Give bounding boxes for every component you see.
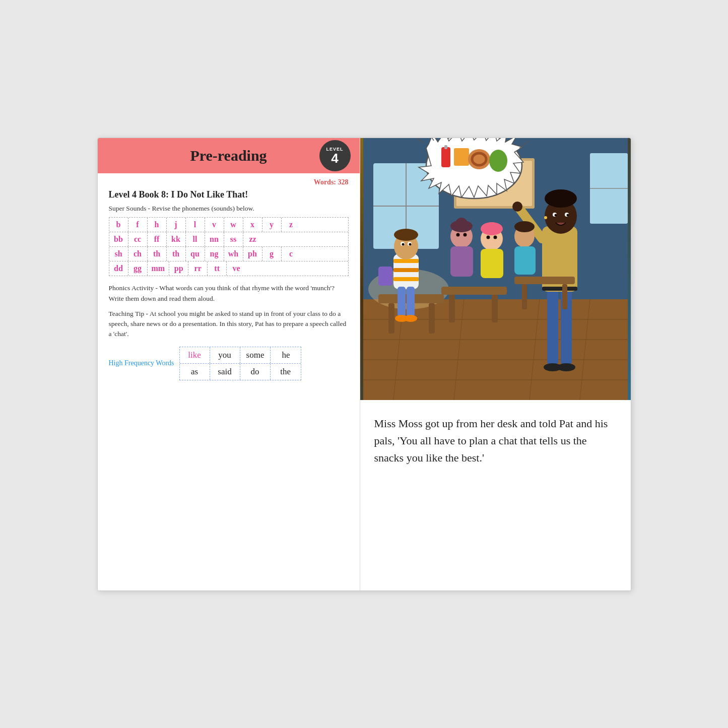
hfw-cell-you: you (210, 347, 240, 363)
phonics-cell: tt (208, 261, 227, 276)
svg-rect-55 (398, 287, 406, 317)
phonics-cell: f (128, 218, 148, 232)
phonics-cell: ng (205, 247, 224, 261)
hfw-cell-like: like (180, 347, 210, 363)
phonics-cell: ch (128, 247, 148, 261)
svg-rect-40 (449, 295, 455, 322)
left-panel: Pre-reading LEVEL 4 Words: 328 Level 4 B… (98, 138, 360, 590)
words-line: Words: 328 (109, 178, 349, 186)
phonics-cell: v (205, 218, 224, 232)
phonics-cell: z (282, 218, 301, 232)
svg-point-68 (486, 235, 490, 239)
hfw-label: High Frequency Words (109, 359, 174, 367)
hfw-grid: like you some he as said do the (179, 347, 302, 380)
svg-point-62 (455, 218, 468, 230)
hfw-cell-said: said (210, 364, 240, 380)
hfw-cell-some: some (240, 347, 271, 363)
phonics-cell: dd (109, 261, 128, 276)
svg-rect-38 (429, 303, 435, 334)
phonics-cell: th (167, 247, 186, 261)
svg-rect-21 (547, 284, 558, 365)
phonics-cell: b (109, 218, 128, 232)
phonics-cell: zz (243, 232, 262, 246)
phonics-row-1: b f h j l v w x y z (109, 218, 348, 232)
svg-point-53 (409, 243, 411, 245)
phonics-cell: cc (128, 232, 148, 246)
svg-rect-47 (393, 268, 419, 272)
words-label: Words: (314, 178, 336, 186)
svg-rect-39 (441, 287, 507, 295)
phonics-cell: qu (186, 247, 205, 261)
svg-rect-70 (481, 249, 503, 278)
phonics-cell: c (282, 247, 301, 261)
phonics-cell: j (167, 218, 186, 232)
svg-rect-46 (393, 259, 419, 263)
level-num: 4 (331, 152, 338, 165)
level-badge: LEVEL 4 (319, 140, 351, 171)
svg-rect-42 (514, 277, 575, 284)
svg-point-63 (456, 233, 459, 236)
phonics-cell: ff (148, 232, 167, 246)
phonics-row-2: bb cc ff kk ll nn ss zz (109, 232, 348, 247)
phonics-cell: ve (227, 261, 246, 276)
svg-rect-48 (393, 277, 419, 281)
hfw-section: High Frequency Words like you some he as… (109, 347, 349, 380)
svg-rect-41 (492, 295, 498, 322)
hfw-row-2: as said do the (180, 364, 301, 380)
svg-rect-73 (514, 246, 536, 275)
story-text-area: Miss Moss got up from her desk and told … (360, 400, 631, 590)
svg-rect-59 (378, 267, 392, 286)
phonics-row-4: dd gg mm pp rr tt ve (109, 261, 348, 276)
svg-rect-79 (454, 148, 469, 166)
svg-point-69 (493, 235, 497, 239)
phonics-cell: y (262, 218, 282, 232)
phonics-grid: b f h j l v w x y z bb cc ff kk ll (109, 217, 349, 276)
phonics-cell: th (148, 247, 167, 261)
book-title: Level 4 Book 8: I Do Not Like That! (109, 189, 349, 200)
svg-point-27 (554, 214, 557, 216)
teaching-tip: Teaching Tip - At school you might be as… (109, 309, 349, 340)
phonics-cell: wh (224, 247, 243, 261)
phonics-cell: g (262, 247, 282, 261)
svg-point-58 (404, 315, 417, 322)
phonics-cell: x (243, 218, 262, 232)
pre-reading-header: Pre-reading LEVEL 4 (98, 138, 360, 173)
story-image (360, 138, 631, 400)
phonics-cell: nn (205, 232, 224, 246)
svg-rect-65 (450, 246, 473, 277)
right-panel: Miss Moss got up from her desk and told … (360, 138, 631, 590)
phonics-cell: l (186, 218, 205, 232)
phonics-cell: gg (128, 261, 148, 276)
phonics-activity: Phonics Activity - What words can you th… (109, 283, 349, 304)
hfw-cell-do: do (240, 364, 271, 380)
svg-point-82 (489, 150, 507, 172)
svg-point-30 (544, 216, 547, 219)
super-sounds-label: Super Sounds - Revise the phonemes (soun… (109, 204, 349, 214)
svg-point-54 (394, 229, 418, 241)
svg-rect-37 (388, 303, 394, 334)
svg-rect-78 (444, 145, 447, 149)
svg-point-67 (481, 222, 503, 235)
svg-point-25 (545, 189, 577, 208)
page-container: Pre-reading LEVEL 4 Words: 328 Level 4 B… (97, 138, 631, 591)
phonics-cell: pp (169, 261, 188, 276)
hfw-cell-he: he (271, 347, 301, 363)
phonics-cell: h (148, 218, 167, 232)
svg-point-81 (472, 153, 486, 165)
svg-point-72 (514, 221, 535, 232)
story-text: Miss Moss got up from her desk and told … (374, 415, 617, 467)
svg-point-64 (463, 233, 467, 236)
pre-reading-title: Pre-reading (190, 147, 267, 164)
phonics-cell: w (224, 218, 243, 232)
phonics-row-3: sh ch th th qu ng wh ph g c (109, 247, 348, 261)
phonics-cell: kk (167, 232, 186, 246)
hfw-row-1: like you some he (180, 347, 301, 364)
hfw-cell-the: the (271, 364, 301, 380)
hfw-cell-as: as (180, 364, 210, 380)
phonics-cell: ss (224, 232, 243, 246)
phonics-cell: rr (188, 261, 208, 276)
phonics-cell: bb (109, 232, 128, 246)
svg-rect-43 (522, 284, 527, 309)
words-count: 328 (338, 178, 349, 186)
left-content: Words: 328 Level 4 Book 8: I Do Not Like… (98, 178, 360, 380)
